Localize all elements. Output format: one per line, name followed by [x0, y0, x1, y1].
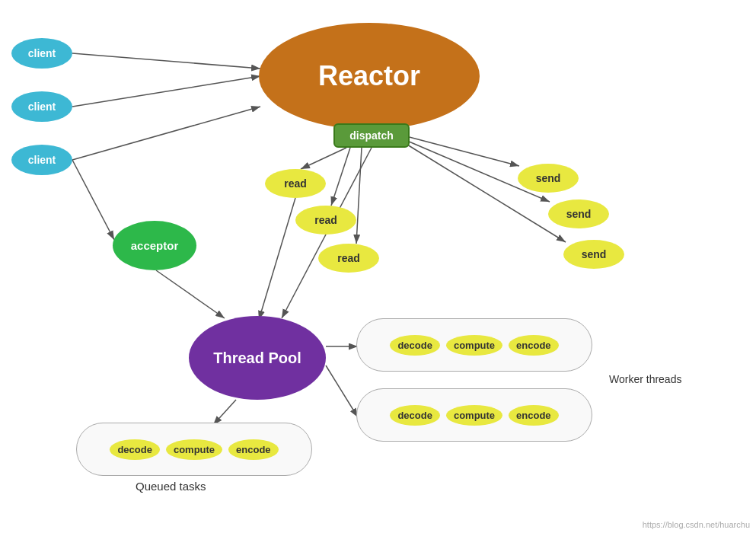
worker-group1: decode compute encode	[356, 318, 592, 372]
svg-line-7	[356, 148, 362, 244]
svg-line-4	[72, 160, 114, 240]
send1-node: send	[518, 164, 579, 193]
worker1-decode: decode	[390, 335, 440, 356]
send2-label: send	[566, 208, 592, 220]
threadpool-label: Thread Pool	[213, 349, 301, 367]
svg-line-13	[259, 198, 295, 320]
worker-threads-label: Worker threads	[609, 373, 681, 385]
svg-line-12	[156, 270, 225, 318]
queued-decode: decode	[110, 439, 160, 460]
svg-line-16	[326, 365, 358, 417]
read3-label: read	[337, 252, 360, 264]
queued-tasks-group: decode compute encode	[76, 423, 312, 476]
svg-line-3	[72, 107, 260, 160]
worker-group2: decode compute encode	[356, 388, 592, 442]
worker2-compute: compute	[446, 405, 502, 426]
svg-line-2	[72, 76, 260, 107]
worker1-encode: encode	[509, 335, 559, 356]
client2-node: client	[11, 91, 72, 122]
reactor-node: Reactor	[259, 23, 480, 129]
send3-node: send	[563, 240, 624, 269]
worker2-encode: encode	[509, 405, 559, 426]
send3-label: send	[582, 248, 607, 260]
dispatch-node: dispatch	[333, 123, 410, 148]
queued-encode: encode	[228, 439, 279, 460]
svg-line-14	[213, 400, 236, 425]
read2-node: read	[295, 206, 356, 235]
worker1-compute: compute	[446, 335, 502, 356]
diagram: Reactor dispatch client client client ac…	[0, 0, 756, 533]
client3-node: client	[11, 145, 72, 175]
read1-label: read	[284, 177, 307, 190]
client3-label: client	[28, 154, 56, 166]
acceptor-label: acceptor	[131, 239, 179, 252]
queued-compute: compute	[166, 439, 222, 460]
client1-label: client	[28, 47, 56, 59]
send1-label: send	[536, 172, 561, 184]
threadpool-node: Thread Pool	[189, 316, 326, 400]
svg-line-10	[407, 145, 566, 242]
worker2-decode: decode	[390, 405, 440, 426]
svg-line-5	[301, 148, 346, 169]
svg-line-6	[331, 148, 350, 206]
dispatch-label: dispatch	[349, 129, 394, 142]
watermark: https://blog.csdn.net/huarchu	[643, 520, 750, 529]
client2-label: client	[28, 101, 56, 113]
read2-label: read	[314, 214, 337, 226]
reactor-label: Reactor	[318, 60, 420, 92]
send2-node: send	[548, 199, 609, 228]
acceptor-node: acceptor	[113, 221, 196, 270]
client1-node: client	[11, 38, 72, 69]
queued-tasks-label: Queued tasks	[136, 480, 206, 493]
svg-line-8	[404, 136, 519, 166]
svg-line-1	[72, 53, 260, 69]
read3-node: read	[318, 244, 379, 273]
read1-node: read	[265, 169, 326, 198]
